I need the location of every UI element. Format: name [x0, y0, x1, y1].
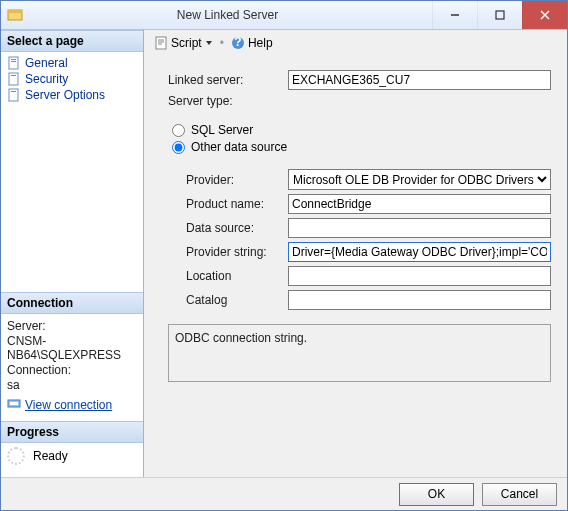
data-source-label: Data source: — [168, 221, 288, 235]
select-page-header: Select a page — [1, 30, 143, 52]
sql-server-radio[interactable] — [172, 124, 185, 137]
nav-label: Server Options — [25, 88, 105, 102]
location-label: Location — [168, 269, 288, 283]
svg-rect-7 — [11, 59, 16, 60]
page-icon — [7, 88, 21, 102]
catalog-label: Catalog — [168, 293, 288, 307]
connection-info: Server: CNSM-NB64\SQLEXPRESS Connection:… — [1, 314, 143, 421]
script-button[interactable]: Script — [154, 36, 213, 50]
script-icon — [154, 36, 168, 50]
server-type-label: Server type: — [168, 94, 288, 108]
nav-item-server-options[interactable]: Server Options — [5, 87, 139, 103]
minimize-button[interactable] — [432, 1, 477, 29]
separator: • — [217, 36, 227, 50]
progress-status: Ready — [33, 449, 68, 463]
data-source-input[interactable] — [288, 218, 551, 238]
linked-server-input[interactable] — [288, 70, 551, 90]
connection-header: Connection — [1, 292, 143, 314]
progress-spinner-icon — [7, 447, 25, 465]
left-panel: Select a page General Security Server Op… — [1, 30, 144, 477]
help-button[interactable]: ? Help — [231, 36, 273, 50]
script-label: Script — [171, 36, 202, 50]
right-panel: Script • ? Help Linked server: Server ty… — [144, 30, 567, 477]
svg-rect-1 — [8, 10, 22, 13]
svg-text:?: ? — [234, 36, 241, 49]
provider-select[interactable]: Microsoft OLE DB Provider for ODBC Drive… — [288, 169, 551, 190]
svg-rect-9 — [9, 73, 18, 85]
toolbar: Script • ? Help — [144, 30, 567, 56]
provider-string-label: Provider string: — [168, 245, 288, 259]
catalog-input[interactable] — [288, 290, 551, 310]
product-name-input[interactable] — [288, 194, 551, 214]
titlebar: New Linked Server — [1, 1, 567, 30]
svg-rect-10 — [11, 75, 16, 76]
svg-rect-8 — [11, 61, 16, 62]
other-source-radio-label: Other data source — [191, 140, 287, 154]
connection-icon — [7, 396, 21, 413]
other-source-radio[interactable] — [172, 141, 185, 154]
connection-label: Connection: — [7, 363, 137, 377]
ok-button[interactable]: OK — [399, 483, 474, 506]
nav-label: Security — [25, 72, 68, 86]
footer: OK Cancel — [1, 477, 567, 510]
provider-string-input[interactable] — [288, 242, 551, 262]
help-label: Help — [248, 36, 273, 50]
server-value: CNSM-NB64\SQLEXPRESS — [7, 334, 137, 362]
location-input[interactable] — [288, 266, 551, 286]
svg-rect-14 — [10, 402, 18, 405]
nav-item-general[interactable]: General — [5, 55, 139, 71]
app-icon — [7, 7, 23, 23]
hint-box: ODBC connection string. — [168, 324, 551, 382]
nav-label: General — [25, 56, 68, 70]
page-icon — [7, 56, 21, 70]
svg-rect-15 — [156, 37, 166, 49]
linked-server-label: Linked server: — [168, 73, 288, 87]
product-name-label: Product name: — [168, 197, 288, 211]
sql-server-radio-label: SQL Server — [191, 123, 253, 137]
svg-rect-6 — [9, 57, 18, 69]
nav-item-security[interactable]: Security — [5, 71, 139, 87]
provider-label: Provider: — [168, 173, 288, 187]
window-title: New Linked Server — [23, 8, 432, 22]
progress-header: Progress — [1, 421, 143, 443]
close-button[interactable] — [522, 1, 567, 29]
svg-rect-11 — [9, 89, 18, 101]
page-icon — [7, 72, 21, 86]
svg-rect-12 — [11, 91, 16, 92]
svg-rect-3 — [496, 11, 504, 19]
view-connection-link[interactable]: View connection — [25, 398, 112, 412]
chevron-down-icon — [205, 36, 213, 50]
connection-value: sa — [7, 378, 137, 392]
server-label: Server: — [7, 319, 137, 333]
maximize-button[interactable] — [477, 1, 522, 29]
help-icon: ? — [231, 36, 245, 50]
cancel-button[interactable]: Cancel — [482, 483, 557, 506]
